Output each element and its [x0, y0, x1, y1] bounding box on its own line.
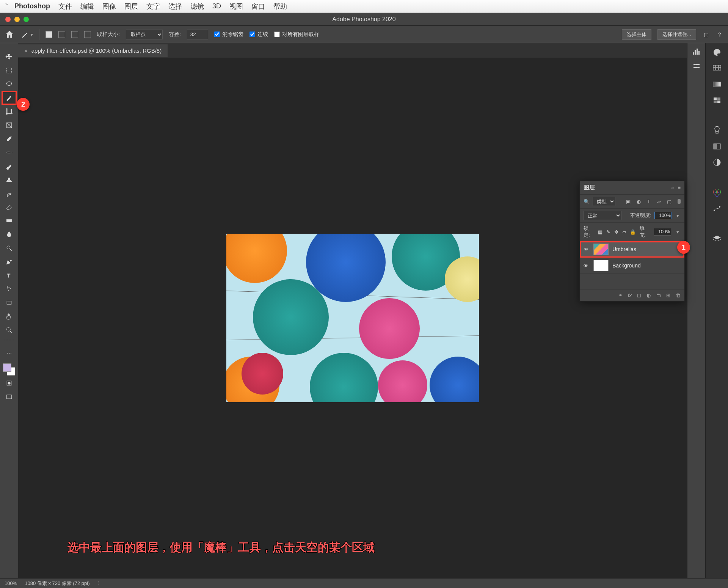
fill-input[interactable]: [654, 228, 671, 236]
filter-shape-icon[interactable]: ▱: [656, 199, 662, 204]
gradients-panel-icon[interactable]: [711, 79, 723, 90]
libraries-panel-icon[interactable]: [711, 141, 723, 152]
filter-toggle[interactable]: [678, 199, 681, 204]
quick-mask-icon[interactable]: [2, 377, 16, 389]
pen-tool[interactable]: [2, 256, 16, 268]
menu-help[interactable]: 帮助: [273, 2, 287, 11]
layer-thumbnail[interactable]: [593, 244, 609, 255]
canvas[interactable]: [226, 234, 479, 402]
collapse-tools-icon[interactable]: »: [5, 2, 8, 7]
menu-layer[interactable]: 图层: [124, 2, 138, 11]
visibility-toggle-icon[interactable]: 👁: [584, 263, 590, 269]
layer-name[interactable]: Background: [612, 263, 641, 269]
opacity-input[interactable]: [654, 212, 672, 219]
color-panel-icon[interactable]: [711, 47, 723, 58]
status-chevron-icon[interactable]: 〉: [97, 580, 102, 587]
lock-artboard-icon[interactable]: ▱: [622, 229, 626, 235]
panel-toggle-icon[interactable]: ▢: [702, 31, 710, 38]
share-icon[interactable]: ⇪: [716, 31, 723, 38]
menu-type[interactable]: 文字: [146, 2, 160, 11]
hand-tool[interactable]: [2, 310, 16, 322]
app-name[interactable]: Photoshop: [14, 2, 50, 10]
layers-panel-icon[interactable]: [711, 234, 723, 244]
minimize-window-button[interactable]: [14, 17, 20, 22]
learn-panel-icon[interactable]: [711, 125, 723, 136]
layer-group-icon[interactable]: 🗀: [656, 292, 661, 298]
brush-tool[interactable]: [2, 160, 16, 172]
move-tool[interactable]: [2, 51, 16, 63]
select-subject-button[interactable]: 选择主体: [622, 29, 651, 40]
lock-position-icon[interactable]: ✥: [614, 229, 618, 235]
menu-view[interactable]: 视图: [229, 2, 243, 11]
select-and-mask-button[interactable]: 选择并遮住...: [657, 29, 696, 40]
delete-layer-icon[interactable]: 🗑: [676, 292, 681, 298]
layer-style-icon[interactable]: fx: [628, 292, 632, 298]
frame-tool[interactable]: [2, 119, 16, 131]
blend-mode-select[interactable]: 正常: [584, 211, 621, 220]
zoom-window-button[interactable]: [24, 17, 29, 22]
zoom-tool[interactable]: [2, 324, 16, 336]
tool-preset-picker[interactable]: ▾: [20, 30, 33, 39]
canvas-viewport[interactable]: 选中最上面的图层，使用「魔棒」工具，点击天空的某个区域: [18, 58, 687, 578]
edit-toolbar-icon[interactable]: ⋯: [2, 347, 16, 359]
document-dimensions[interactable]: 1080 像素 x 720 像素 (72 ppi): [25, 580, 89, 587]
link-layers-icon[interactable]: ⚭: [618, 292, 623, 298]
panel-menu-icon[interactable]: ≡: [678, 185, 681, 190]
paths-panel-icon[interactable]: [711, 203, 723, 214]
eraser-tool[interactable]: [2, 201, 16, 213]
close-window-button[interactable]: [5, 17, 11, 22]
menu-file[interactable]: 文件: [58, 2, 72, 11]
healing-brush-tool[interactable]: [2, 146, 16, 159]
visibility-toggle-icon[interactable]: 👁: [584, 247, 590, 252]
lock-pixels-icon[interactable]: ✎: [606, 229, 610, 235]
new-selection-icon[interactable]: [46, 31, 52, 38]
histogram-panel-icon[interactable]: [691, 47, 702, 56]
lock-all-icon[interactable]: 🔒: [630, 229, 636, 235]
filter-adjustment-icon[interactable]: ◐: [635, 199, 642, 204]
fill-dropdown-icon[interactable]: ▾: [675, 229, 681, 235]
intersect-selection-icon[interactable]: [84, 31, 91, 38]
filter-pixel-icon[interactable]: ▣: [625, 199, 631, 204]
crop-tool[interactable]: [2, 105, 16, 118]
subtract-selection-icon[interactable]: [71, 31, 78, 38]
type-tool[interactable]: T: [2, 269, 16, 281]
sample-size-select[interactable]: 取样点: [126, 30, 163, 39]
layer-name[interactable]: Umbrellas: [612, 246, 636, 252]
zoom-level[interactable]: 100%: [5, 580, 17, 586]
channels-panel-icon[interactable]: [711, 187, 723, 198]
adjustment-layer-icon[interactable]: ◐: [646, 292, 651, 298]
lasso-tool[interactable]: [2, 78, 16, 90]
menu-filter[interactable]: 滤镜: [190, 2, 204, 11]
eyedropper-tool[interactable]: [2, 133, 16, 145]
history-brush-tool[interactable]: [2, 187, 16, 200]
contiguous-checkbox[interactable]: 连续: [249, 31, 268, 38]
rectangle-tool[interactable]: [2, 297, 16, 309]
dodge-tool[interactable]: [2, 242, 16, 254]
close-tab-icon[interactable]: ×: [24, 47, 28, 54]
new-layer-icon[interactable]: ⊞: [666, 292, 670, 298]
filter-smart-icon[interactable]: ▢: [666, 199, 672, 204]
home-button[interactable]: [5, 30, 14, 39]
path-selection-tool[interactable]: [2, 283, 16, 295]
gradient-tool[interactable]: [2, 215, 16, 227]
swatches-panel-icon[interactable]: [711, 63, 723, 74]
layer-row-background[interactable]: 👁 Background: [580, 258, 684, 274]
menu-edit[interactable]: 编辑: [80, 2, 94, 11]
menu-select[interactable]: 选择: [168, 2, 182, 11]
layer-filter-select[interactable]: 类型: [593, 197, 615, 206]
menu-3d[interactable]: 3D: [212, 2, 221, 10]
screen-mode-icon[interactable]: [2, 391, 16, 403]
magic-wand-tool[interactable]: [2, 92, 16, 104]
foreground-background-color[interactable]: [3, 363, 15, 376]
tolerance-input[interactable]: [187, 30, 208, 39]
add-selection-icon[interactable]: [58, 31, 65, 38]
clone-stamp-tool[interactable]: [2, 174, 16, 186]
sample-all-layers-checkbox[interactable]: 对所有图层取样: [274, 31, 319, 38]
blur-tool[interactable]: [2, 228, 16, 241]
properties-panel-icon[interactable]: [691, 61, 702, 71]
lock-transparency-icon[interactable]: ▦: [598, 229, 602, 235]
filter-type-icon[interactable]: T: [646, 199, 652, 204]
antialias-checkbox[interactable]: 消除锯齿: [214, 31, 243, 38]
document-tab[interactable]: × apply-filter-effects.psd @ 100% (Umbre…: [18, 44, 168, 57]
adjustments-panel-icon[interactable]: [711, 157, 723, 168]
